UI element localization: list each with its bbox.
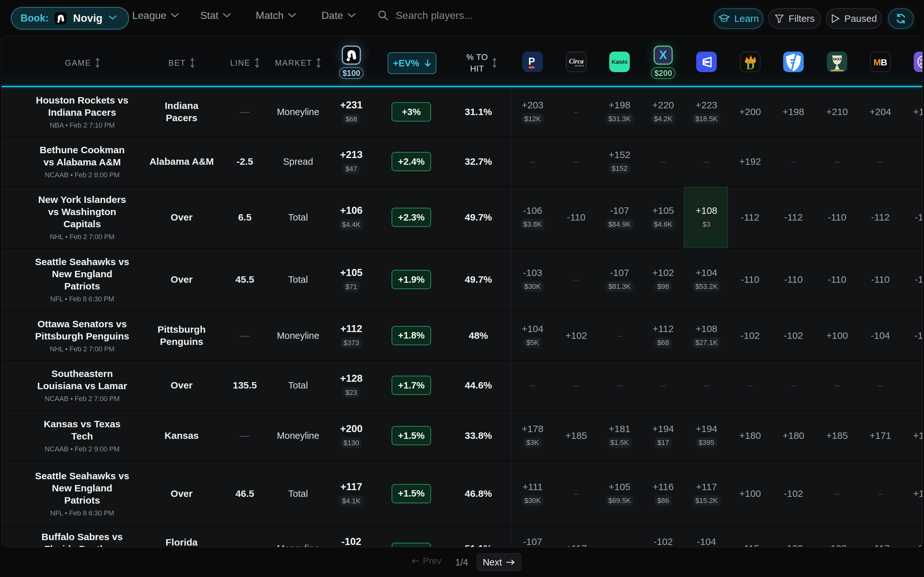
svg-text:Kalshi: Kalshi [612, 59, 628, 65]
svg-text:D: D [746, 58, 754, 72]
svg-text:Circa: Circa [569, 58, 583, 65]
svg-text:B: B [881, 57, 887, 67]
svg-text:M: M [873, 57, 881, 67]
svg-text:P: P [528, 56, 535, 67]
svg-text:SPORTS: SPORTS [575, 65, 584, 67]
svg-text:Rock: Rock [920, 62, 923, 66]
svg-text:Hard: Hard [920, 58, 923, 62]
